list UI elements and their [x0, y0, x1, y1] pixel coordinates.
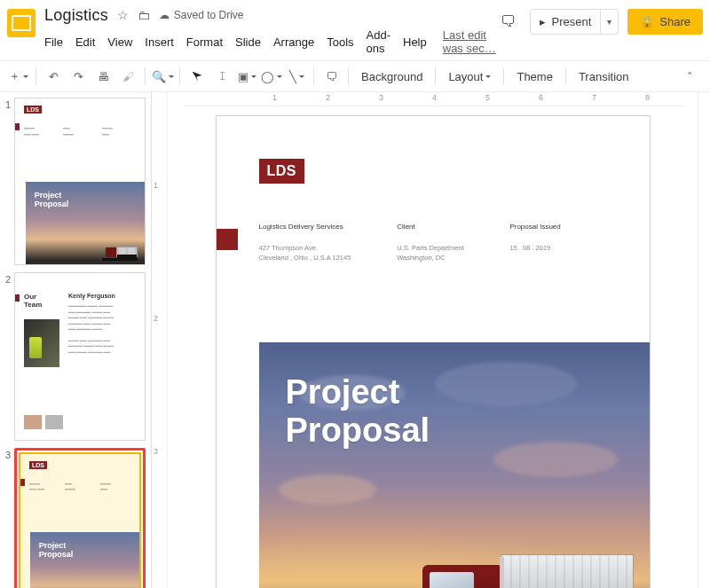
hero-title[interactable]: Project Proposal	[286, 373, 430, 449]
saved-status[interactable]: ☁ Saved to Drive	[159, 9, 244, 21]
thumb-number: 3	[2, 448, 14, 460]
mini-meta: ▁▁▁▁▁ ▁▁▁▁▁▁▁▁▁▁▁▁	[24, 123, 138, 135]
menu-insert[interactable]: Insert	[145, 35, 174, 49]
ruler-num: 7	[592, 93, 596, 102]
slide-thumb-2[interactable]: Our Team Kenly Ferguson ▬▬▬▬▬ ▬▬▬ ▬▬▬▬▬▬…	[14, 272, 146, 440]
col2-heading: Client	[397, 223, 509, 231]
slide-accent[interactable]	[217, 229, 238, 250]
menu-view[interactable]: View	[107, 35, 132, 49]
separator	[179, 67, 180, 85]
lock-icon: 🔒	[640, 15, 654, 28]
filmstrip[interactable]: 1 LDS ▁▁▁▁▁ ▁▁▁▁▁▁▁▁▁▁▁▁ Project Proposa…	[0, 92, 152, 588]
line-tool[interactable]: ╲	[285, 65, 308, 88]
col2-line1: U.S. Parts Department	[397, 243, 509, 253]
new-slide-button[interactable]: ＋	[7, 65, 30, 88]
horizontal-ruler[interactable]: 1 2 3 4 5 6 7 8	[184, 92, 685, 106]
menu-edit[interactable]: Edit	[75, 35, 95, 49]
present-dropdown[interactable]: ▾	[601, 9, 619, 35]
present-label: Present	[551, 15, 591, 28]
menu-format[interactable]: Format	[186, 35, 223, 49]
transition-button[interactable]: Transition	[572, 65, 636, 88]
separator	[313, 67, 314, 85]
workspace: 1 LDS ▁▁▁▁▁ ▁▁▁▁▁▁▁▁▁▁▁▁ Project Proposa…	[0, 92, 710, 588]
mini-accent	[15, 123, 20, 130]
image-tool[interactable]: ▣	[235, 65, 258, 88]
menu-arrange[interactable]: Arrange	[273, 35, 314, 49]
menu-addons[interactable]: Add-ons	[367, 28, 390, 55]
mini-body: ▬▬▬▬▬ ▬▬▬ ▬▬▬▬▬▬ ▬▬▬▬ ▬▬▬ ▬▬▬▬▬ ▬▬ ▬▬▬▬ …	[68, 303, 136, 355]
toolbar: ＋ ↶ ↷ 🖶 🖌 🔍 𝙸 ▣ ◯ ╲ 🗨 Background Layout …	[0, 60, 710, 92]
mini-meta: ▁▁▁▁▁ ▁▁▁▁▁▁▁▁▁▁▁▁	[29, 479, 132, 490]
present-button[interactable]: ▸ Present	[530, 9, 601, 35]
mini-logo: LDS	[24, 106, 42, 114]
col1-line1: 427 Thompson Ave.	[259, 243, 398, 253]
col2-line2: Washington, DC	[397, 253, 509, 263]
comments-icon[interactable]: 🗨	[496, 10, 521, 35]
menu-help[interactable]: Help	[403, 35, 427, 49]
zoom-button[interactable]: 🔍	[151, 65, 174, 88]
thumb-number: 1	[2, 98, 14, 110]
ruler-num: 2	[154, 314, 158, 323]
truck-illustration	[403, 537, 634, 588]
slide-logo[interactable]: LDS	[259, 159, 305, 184]
slides-app-icon[interactable]	[7, 9, 36, 37]
mini-hero-title: Project Proposal	[35, 191, 69, 209]
background-button[interactable]: Background	[354, 65, 430, 88]
mini-hero: Project Proposal	[30, 532, 139, 588]
saved-text: Saved to Drive	[174, 9, 244, 21]
mini-photo-small	[24, 415, 42, 429]
layout-button[interactable]: Layout	[441, 65, 498, 88]
share-button[interactable]: 🔒 Share	[627, 9, 703, 35]
share-label: Share	[659, 15, 690, 28]
shape-tool[interactable]: ◯	[260, 65, 283, 88]
theme-button[interactable]: Theme	[509, 65, 559, 88]
select-tool[interactable]	[185, 65, 209, 88]
slide-thumb-3[interactable]: LDS ▁▁▁▁▁ ▁▁▁▁▁▁▁▁▁▁▁▁ Project Proposal	[14, 448, 146, 588]
mini-photo-small	[45, 415, 63, 429]
slide-canvas[interactable]: LDS Logistics Delivery Services 427 Thom…	[216, 115, 651, 588]
header-right: 🗨 ▸ Present ▾ 🔒 Share	[496, 5, 703, 35]
mini-photo	[24, 319, 59, 367]
menu-tools[interactable]: Tools	[327, 35, 353, 49]
col3-line1: 15 . 08 . 2019	[509, 243, 622, 253]
separator	[145, 67, 146, 85]
ruler-num: 5	[485, 93, 490, 102]
textbox-tool[interactable]: 𝙸	[210, 65, 233, 88]
slide-meta-grid[interactable]: Logistics Delivery Services 427 Thompson…	[259, 223, 623, 263]
mini-accent	[20, 479, 25, 486]
last-edit-link[interactable]: Last edit was sec…	[443, 28, 497, 55]
mini-hero-title: Project Proposal	[39, 541, 74, 560]
ruler-num: 2	[326, 93, 330, 102]
title-block: Logistics ☆ 🗀 ☁ Saved to Drive File Edit…	[44, 5, 496, 60]
separator	[503, 67, 504, 85]
mini-truck-icon	[102, 245, 138, 261]
mini-heading: Our Team	[24, 293, 42, 309]
separator	[348, 67, 349, 85]
comment-button[interactable]: 🗨	[320, 65, 343, 88]
menu-file[interactable]: File	[44, 35, 63, 49]
move-icon[interactable]: 🗀	[138, 8, 150, 22]
print-button[interactable]: 🖶	[91, 65, 114, 88]
right-gutter	[698, 92, 710, 588]
hero-image[interactable]: Project Proposal	[259, 342, 650, 588]
col3-heading: Proposal Issued	[509, 223, 622, 231]
redo-button[interactable]: ↷	[67, 65, 90, 88]
star-icon[interactable]: ☆	[117, 8, 129, 22]
cursor-icon	[193, 72, 202, 82]
slide-thumb-1[interactable]: LDS ▁▁▁▁▁ ▁▁▁▁▁▁▁▁▁▁▁▁ Project Proposal	[14, 98, 146, 265]
menu-slide[interactable]: Slide	[235, 35, 261, 49]
mini-logo: LDS	[29, 461, 47, 469]
truck-trailer	[501, 554, 634, 588]
ruler-num: 6	[539, 93, 543, 102]
hide-menus-button[interactable]: ˄	[678, 65, 701, 88]
undo-button[interactable]: ↶	[42, 65, 65, 88]
vertical-ruler[interactable]: 1 2 3	[152, 92, 168, 588]
thumb-number: 2	[2, 272, 14, 285]
separator	[435, 67, 436, 85]
header: Logistics ☆ 🗀 ☁ Saved to Drive File Edit…	[0, 0, 710, 60]
paint-format-button[interactable]: 🖌	[116, 65, 139, 88]
canvas-area: 1 2 3 1 2 3 4 5 6 7 8 LDS Logistics Deli…	[152, 92, 710, 588]
mini-hero: Project Proposal	[26, 182, 145, 265]
present-split: ▸ Present ▾	[530, 9, 619, 35]
doc-title[interactable]: Logistics	[44, 6, 108, 25]
